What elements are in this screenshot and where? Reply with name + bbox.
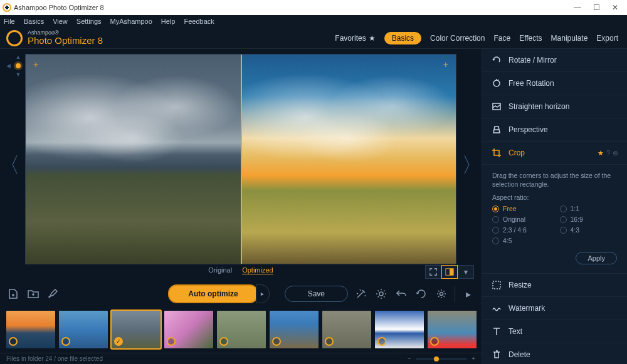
svg-rect-6 — [493, 281, 500, 289]
reset-button[interactable] — [414, 287, 428, 301]
ratio-original[interactable]: Original — [492, 216, 550, 223]
menu-feedback[interactable]: Feedback — [184, 18, 214, 25]
minimize-button[interactable]: — — [568, 1, 587, 14]
view-dropdown-button[interactable]: ▾ — [458, 265, 474, 279]
window-title: Ashampoo Photo Optimizer 8 — [14, 4, 104, 11]
nav-color-correction[interactable]: Color Correction — [430, 34, 485, 43]
crop-icon — [491, 147, 502, 159]
titlebar: Ashampoo Photo Optimizer 8 — ☐ ✕ — [0, 0, 627, 15]
delete-icon — [491, 349, 502, 360]
panel-resize[interactable]: Resize — [482, 274, 627, 297]
undo-button[interactable] — [394, 287, 408, 301]
thumbnail[interactable] — [375, 311, 424, 348]
optimized-half: + — [241, 55, 456, 264]
settings-gear-button[interactable] — [435, 287, 448, 301]
menu-view[interactable]: View — [53, 18, 68, 25]
nav-effects[interactable]: Effects — [519, 34, 542, 43]
zoom-out-icon[interactable]: − — [408, 355, 411, 362]
thumbnail[interactable] — [6, 311, 55, 348]
add-file-button[interactable] — [6, 287, 20, 301]
svg-point-4 — [493, 80, 500, 86]
perspective-icon — [491, 124, 502, 135]
menu-file[interactable]: File — [4, 18, 15, 25]
pan-center-icon[interactable] — [16, 63, 21, 68]
panel-delete[interactable]: Delete — [482, 343, 627, 364]
brightness-button[interactable] — [374, 287, 388, 301]
thumbnail-strip — [0, 306, 482, 353]
thumbnail[interactable] — [428, 311, 477, 348]
close-button[interactable]: ✕ — [606, 1, 624, 14]
expand-panel-button[interactable]: ▸ — [461, 287, 475, 301]
thumbnail[interactable] — [217, 311, 266, 348]
maximize-button[interactable]: ☐ — [587, 1, 606, 14]
brush-button[interactable] — [46, 287, 60, 301]
original-label[interactable]: Original — [208, 266, 232, 274]
original-half: + — [26, 55, 241, 264]
nav-manipulate[interactable]: Manipulate — [551, 34, 588, 43]
panel-free-rotation[interactable]: Free Rotation — [482, 72, 627, 95]
panel-crop[interactable]: Crop★?⊗ — [482, 142, 627, 165]
compare-view[interactable]: + + — [25, 54, 456, 264]
magic-wand-button[interactable] — [354, 287, 368, 301]
menu-settings[interactable]: Settings — [76, 18, 102, 25]
fullscreen-button[interactable] — [425, 265, 441, 279]
prev-image-button[interactable]: 〈 — [0, 151, 19, 180]
help-icon[interactable]: ? — [606, 149, 610, 157]
thumbnail[interactable] — [270, 311, 319, 348]
save-button[interactable]: Save — [285, 286, 348, 302]
thumbnail[interactable] — [322, 311, 371, 348]
ratio-free[interactable]: Free — [492, 205, 550, 212]
split-view-button[interactable] — [441, 265, 458, 279]
thumbnail-selected[interactable] — [112, 311, 161, 348]
watermark-icon — [491, 303, 502, 314]
ratio-16-9[interactable]: 16:9 — [560, 216, 618, 223]
star-icon: ★ — [369, 34, 376, 43]
thumbnail[interactable] — [164, 311, 213, 348]
free-rotate-icon — [491, 78, 502, 89]
panel-text[interactable]: Text — [482, 320, 627, 343]
ratio-4-5[interactable]: 4:5 — [492, 237, 550, 244]
crop-handle-icon[interactable]: + — [443, 60, 448, 70]
main-nav: Favorites★ Basics Color Correction Face … — [335, 32, 618, 44]
ratio-4-3[interactable]: 4:3 — [560, 226, 618, 234]
next-image-button[interactable]: 〉 — [463, 151, 482, 180]
nav-export[interactable]: Export — [596, 34, 618, 43]
apply-button[interactable]: Apply — [576, 252, 617, 264]
nav-favorites[interactable]: Favorites★ — [335, 34, 375, 43]
menu-help[interactable]: Help — [161, 18, 176, 25]
panel-rotate-mirror[interactable]: Rotate / Mirror — [482, 49, 627, 72]
menu-myashampoo[interactable]: MyAshampoo — [110, 18, 152, 25]
action-toolbar: Auto optimize Save ▸ — [0, 281, 482, 306]
horizon-icon — [491, 101, 502, 112]
panel-perspective[interactable]: Perspective — [482, 118, 627, 142]
pan-left-icon[interactable]: ◀ — [6, 63, 11, 69]
auto-optimize-button[interactable]: Auto optimize — [168, 284, 258, 303]
split-divider[interactable] — [241, 55, 242, 264]
zoom-slider-status[interactable] — [416, 358, 466, 360]
pan-up-icon[interactable]: ▲ — [16, 54, 21, 60]
optimized-label[interactable]: Optimized — [242, 266, 273, 274]
ratio-2-3[interactable]: 2:3 / 4:6 — [492, 226, 550, 234]
svg-rect-1 — [450, 269, 453, 276]
ratio-1-1[interactable]: 1:1 — [560, 205, 618, 212]
zoom-in-icon[interactable]: + — [472, 355, 475, 362]
add-folder-button[interactable] — [26, 287, 40, 301]
crop-handle-icon[interactable]: + — [33, 60, 38, 70]
brand-title: Photo Optimizer 8 — [28, 36, 103, 46]
crop-hint: Drag the corners to adjust the size of t… — [492, 171, 617, 189]
viewer: ◀ ▶ ▲ ▼ 〈 + + Origina — [0, 49, 482, 364]
panel-watermark[interactable]: Watermark — [482, 297, 627, 320]
thumbnail[interactable] — [59, 311, 108, 348]
pan-down-icon[interactable]: ▼ — [16, 71, 21, 78]
panel-straighten[interactable]: Straighten horizon — [482, 95, 627, 118]
text-icon — [491, 326, 502, 337]
close-panel-icon[interactable]: ⊗ — [613, 149, 618, 157]
header: Ashampoo®Photo Optimizer 8 Favorites★ Ba… — [0, 28, 627, 49]
nav-basics[interactable]: Basics — [384, 32, 421, 44]
nav-face[interactable]: Face — [493, 34, 510, 43]
svg-point-2 — [379, 292, 383, 296]
favorite-star-icon[interactable]: ★ — [598, 149, 604, 157]
resize-icon — [491, 279, 502, 291]
menu-basics[interactable]: Basics — [24, 18, 44, 25]
side-panel: Rotate / Mirror Free Rotation Straighten… — [482, 49, 627, 364]
